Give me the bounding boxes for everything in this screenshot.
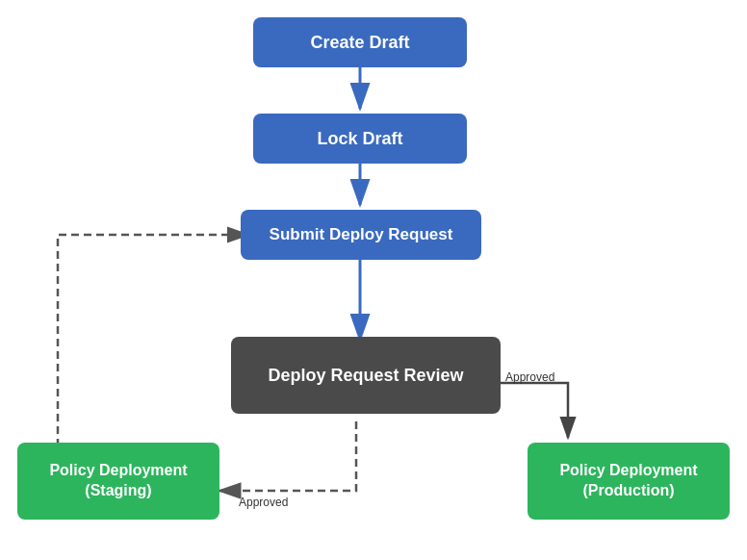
policy-staging-label: Policy Deployment (Staging) — [49, 461, 187, 501]
approved-right-label: Approved — [505, 370, 554, 384]
deploy-review-node: Deploy Request Review — [231, 337, 501, 414]
lock-draft-node: Lock Draft — [253, 114, 467, 164]
policy-production-node: Policy Deployment (Production) — [528, 443, 730, 520]
submit-deploy-node: Submit Deploy Request — [241, 210, 481, 260]
policy-staging-node: Policy Deployment (Staging) — [17, 443, 219, 520]
policy-production-label: Policy Deployment (Production) — [559, 461, 697, 501]
create-draft-node: Create Draft — [253, 17, 467, 67]
approved-bottom-label: Approved — [239, 496, 288, 509]
diagram-container: Create Draft Lock Draft Submit Deploy Re… — [0, 0, 747, 560]
